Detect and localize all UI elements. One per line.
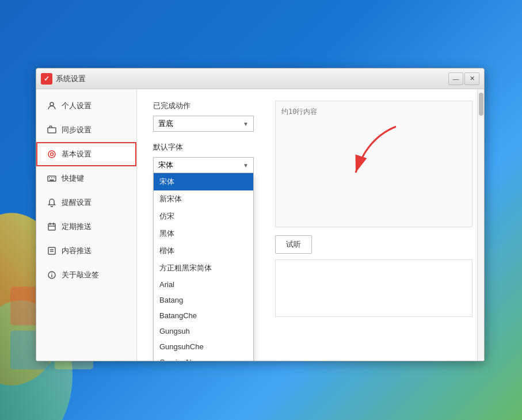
completed-action-value: 置底 (158, 119, 173, 129)
titlebar-buttons: — ✕ (448, 72, 479, 85)
svg-point-22 (51, 273, 52, 274)
titlebar: ✓ 系统设置 — ✕ (36, 68, 484, 89)
dialog-scrollbar[interactable] (477, 89, 484, 361)
dialog-title: 系统设置 (56, 74, 86, 84)
sidebar-label-content: 内容推送 (62, 246, 92, 256)
main-panel: 已完成动作 置底 ▼ 默认字体 宋体 ▼ (137, 89, 484, 361)
font-list-item[interactable]: 黑体 (154, 225, 253, 242)
font-dropdown-scroll[interactable]: 宋体新宋体仿宋黑体楷体方正粗黑宋简体ArialBatangBatangCheGu… (154, 173, 253, 361)
person-icon (47, 101, 57, 111)
keyboard-icon (47, 173, 57, 184)
settings-icon (47, 149, 57, 159)
font-dropdown-list: 宋体新宋体仿宋黑体楷体方正粗黑宋简体ArialBatangBatangCheGu… (153, 173, 254, 361)
text-preview-area[interactable] (275, 101, 473, 227)
svg-point-7 (48, 151, 55, 158)
font-list-item[interactable]: 楷体 (154, 242, 253, 259)
sidebar-label-sync: 同步设置 (62, 125, 92, 135)
try-button[interactable]: 试听 (275, 235, 312, 254)
minimize-button[interactable]: — (448, 72, 463, 85)
sidebar-item-basic[interactable]: 基本设置 (36, 142, 136, 166)
sidebar-item-sync[interactable]: 同步设置 (36, 118, 136, 142)
font-list-item[interactable]: Gungsuh (154, 323, 253, 339)
font-list-item[interactable]: GungsuhChe (154, 339, 253, 354)
sync-icon (47, 125, 57, 135)
font-list-item[interactable]: 方正粗黑宋简体 (154, 259, 253, 277)
app-icon: ✓ (41, 73, 52, 85)
chevron-down-icon: ▼ (243, 121, 249, 127)
system-settings-dialog: ✓ 系统设置 — ✕ 个人设置 同步设置 (36, 68, 485, 361)
font-list-item[interactable]: Arial (154, 277, 253, 292)
font-list-item[interactable]: Courier New (154, 354, 253, 361)
titlebar-left: ✓ 系统设置 (41, 73, 86, 85)
text-display-area (275, 259, 473, 317)
svg-rect-17 (48, 247, 55, 254)
sidebar-item-personal[interactable]: 个人设置 (36, 94, 136, 118)
font-chevron-down-icon: ▼ (243, 162, 249, 169)
sidebar-label-about: 关于敲业签 (62, 270, 99, 280)
sidebar-item-content[interactable]: 内容推送 (36, 239, 136, 263)
sidebar-label-personal: 个人设置 (62, 101, 92, 111)
font-list-item[interactable]: Batang (154, 292, 253, 308)
content-icon (47, 246, 57, 256)
dialog-content: 个人设置 同步设置 基本设置 快捷键 (36, 89, 484, 361)
sidebar-item-push[interactable]: 定期推送 (36, 215, 136, 239)
sidebar-label-basic: 基本设置 (62, 149, 92, 159)
sidebar-label-shortcut: 快捷键 (62, 173, 84, 184)
font-list-item[interactable]: 新宋体 (154, 190, 253, 208)
sidebar: 个人设置 同步设置 基本设置 快捷键 (36, 89, 137, 361)
font-dropdown-container: 宋体 ▼ 宋体新宋体仿宋黑体楷体方正粗黑宋简体ArialBatangBatang… (153, 157, 254, 173)
svg-point-4 (50, 102, 54, 106)
close-button[interactable]: ✕ (464, 72, 479, 85)
svg-rect-13 (48, 224, 55, 230)
sidebar-label-reminder: 提醒设置 (62, 197, 92, 208)
font-list-item[interactable]: 宋体 (154, 173, 253, 190)
font-selected-value: 宋体 (158, 160, 173, 170)
font-list-item[interactable]: BatangChe (154, 308, 253, 323)
text-area-section: 试听 (275, 101, 473, 349)
sidebar-item-reminder[interactable]: 提醒设置 (36, 190, 136, 215)
info-icon (47, 270, 57, 280)
font-list-item[interactable]: 仿宋 (154, 208, 253, 225)
scrollbar-thumb (479, 93, 483, 116)
sidebar-item-shortcut[interactable]: 快捷键 (36, 166, 136, 190)
svg-point-6 (51, 153, 54, 156)
bell-icon (47, 197, 57, 208)
svg-rect-5 (48, 128, 56, 133)
sidebar-label-push: 定期推送 (62, 222, 92, 232)
completed-action-dropdown[interactable]: 置底 ▼ (153, 116, 254, 132)
sidebar-item-about[interactable]: 关于敲业签 (36, 263, 136, 287)
font-dropdown-trigger[interactable]: 宋体 ▼ (153, 157, 254, 173)
schedule-icon (47, 222, 57, 232)
